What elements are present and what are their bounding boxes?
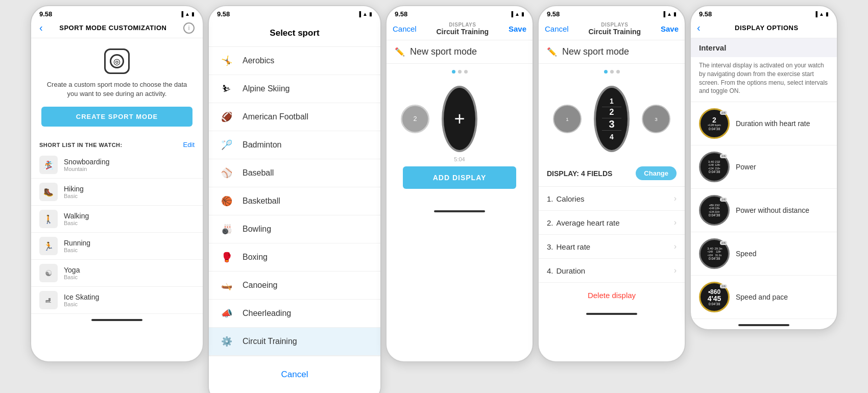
page-title-1: SPORT MODE CUSTOMIZATION: [59, 24, 166, 32]
watch-prev: 2: [401, 105, 429, 133]
sport-select-item-canoeing[interactable]: 🛶 Canoeing: [209, 272, 380, 300]
field-num-3: 3.: [547, 242, 553, 251]
page-dots-3: [387, 64, 533, 73]
screen2-frame: 9.58 ▐ ▲ ▮ Select sport 🤸 Aerobics ⛷ Alp…: [208, 5, 381, 393]
back-button-5[interactable]: ‹: [697, 22, 701, 34]
sport-name: Yoga: [64, 266, 80, 274]
sport-select-item-circuit[interactable]: ⚙️ Circuit Training: [209, 328, 380, 356]
field-row-heart[interactable]: 3. Heart rate ›: [539, 235, 685, 259]
power-val-1: 3.40•148: [708, 160, 714, 166]
dot-1: [452, 70, 455, 73]
badminton-icon: 🏸: [219, 137, 234, 153]
change-button[interactable]: Change: [636, 166, 677, 180]
sheet-header: Select sport: [209, 20, 380, 47]
sport-label: Boxing: [243, 253, 268, 262]
option-watch-3: 2/6 •89•148 232128• •134 216• 0:04'38: [699, 195, 730, 226]
list-item[interactable]: 🏂 Snowboarding Mountain: [31, 152, 203, 179]
status-icons-4: ▐ ▲ ▮: [662, 11, 677, 17]
sport-label: Alpine Skiing: [243, 84, 290, 93]
info-button[interactable]: i: [183, 22, 195, 34]
football-icon: 🏈: [219, 109, 234, 125]
save-button-4[interactable]: Save: [661, 24, 679, 33]
field-row-calories[interactable]: 1. Calories ›: [539, 187, 685, 211]
sport-label: American Football: [243, 112, 308, 121]
create-sport-mode-button[interactable]: CREATE SPORT MODE: [41, 107, 192, 127]
sport-select-item-badminton[interactable]: 🏸 Badminton: [209, 131, 380, 159]
option-item-power[interactable]: 2/6 3.40•148 232128• •134 216• 0:04'38 P…: [691, 145, 837, 189]
display-name-row-3: ✏️ New sport mode: [387, 40, 533, 64]
sport-type: Basic: [64, 247, 90, 253]
sport-select-item-cheerleading[interactable]: 📣 Cheerleading: [209, 300, 380, 328]
sport-select-item-baseball[interactable]: ⚾ Baseball: [209, 159, 380, 187]
display-name-row-4: ✏️ New sport mode: [539, 40, 685, 64]
watch-time-3: 0:04'38: [709, 213, 720, 217]
display-fields-label: DISPLAY: 4 FIELDS: [547, 169, 612, 178]
watch-time-1: 0:04'38: [709, 127, 720, 131]
home-indicator-3: [387, 205, 533, 215]
signal-icon: ▐: [510, 11, 513, 17]
sport-select-item-basketball[interactable]: 🏀 Basketball: [209, 187, 380, 215]
sport-select-item-aerobics[interactable]: 🤸 Aerobics: [209, 47, 380, 75]
screen4-frame: 9.58 ▐ ▲ ▮ Cancel DISPLAYS Circuit Train…: [538, 5, 686, 362]
sport-select-item-bowling[interactable]: 🎳 Bowling: [209, 215, 380, 243]
time-5: 9.58: [699, 10, 712, 18]
wifi-icon: ▲: [515, 11, 520, 17]
chevron-icon-4: ›: [674, 266, 677, 275]
nav-label-3: DISPLAYS: [436, 22, 489, 28]
sport-select-item-alpine[interactable]: ⛷ Alpine Skiing: [209, 75, 380, 103]
watch-main-4: 1 2 3 4: [594, 86, 630, 152]
sport-label: Cheerleading: [243, 309, 291, 318]
alpine-icon: ⛷: [219, 81, 234, 96]
sport-label: Badminton: [243, 140, 282, 150]
back-button-1[interactable]: ‹: [39, 22, 43, 34]
option-label-3: Power without distance: [736, 206, 809, 214]
option-item-speed-pace[interactable]: 2/6 •860 4'45 0:04'38 Speed and pace: [691, 276, 837, 319]
add-display-button[interactable]: ADD DISPLAY: [403, 166, 516, 189]
canoeing-icon: 🛶: [219, 278, 234, 293]
list-item[interactable]: 🏃 Running Basic: [31, 233, 203, 260]
nav-header-1: ‹ SPORT MODE CUSTOMIZATION i: [31, 20, 203, 38]
time-4: 9.58: [547, 10, 560, 18]
option-item-speed[interactable]: 2/6 3.40•148 29.3n128• •134 31.2n 0:04'3…: [691, 232, 837, 276]
badge-2: 2/6: [720, 154, 727, 158]
field-row-duration[interactable]: 4. Duration ›: [539, 259, 685, 283]
option-item-power-nodist[interactable]: 2/6 •89•148 232128• •134 216• 0:04'38 Po…: [691, 189, 837, 232]
watch-main-3: +: [442, 86, 477, 152]
watch-next-4: 3: [642, 105, 670, 133]
time-1: 9.58: [39, 10, 52, 18]
option-label-4: Speed: [736, 250, 756, 258]
list-item[interactable]: ☯ Yoga Basic: [31, 260, 203, 287]
battery-icon: ▮: [826, 11, 829, 17]
home-bar: [91, 319, 142, 321]
list-item[interactable]: ⛸ Ice Skating Basic: [31, 287, 203, 314]
wifi-icon: ▲: [363, 11, 368, 17]
page-title-5: DISPLAY OPTIONS: [703, 24, 831, 32]
sport-name: Snowboarding: [64, 158, 110, 166]
cancel-button-3[interactable]: Cancel: [393, 24, 417, 33]
sport-icon-snowboarding: 🏂: [39, 156, 58, 174]
sheet-title: Select sport: [217, 28, 372, 38]
option-item-duration-hr[interactable]: 2/6 2 •128 bpm 0:04'38 Duration with hea…: [691, 102, 837, 145]
edit-button[interactable]: Edit: [183, 141, 195, 149]
list-item[interactable]: 🚶 Walking Basic: [31, 206, 203, 233]
home-bar: [738, 324, 789, 326]
cancel-button-4[interactable]: Cancel: [545, 24, 569, 33]
aerobics-icon: 🤸: [219, 53, 234, 68]
sport-name: Ice Skating: [64, 293, 99, 301]
signal-icon: ▐: [814, 11, 817, 17]
field-num-2: 2.: [547, 218, 553, 227]
screen5-frame: 9.58 ▐ ▲ ▮ ‹ DISPLAY OPTIONS Interval Th…: [690, 5, 838, 330]
sport-select-item-football[interactable]: 🏈 American Football: [209, 103, 380, 131]
sport-select-item-boxing[interactable]: 🥊 Boxing: [209, 243, 380, 272]
sport-name: Walking: [64, 212, 89, 220]
field-row-avg-heart[interactable]: 2. Average heart rate ›: [539, 211, 685, 235]
save-button-3[interactable]: Save: [509, 24, 526, 33]
circuit-icon: ⚙️: [219, 334, 234, 349]
chevron-icon-1: ›: [674, 194, 677, 203]
cancel-button[interactable]: Cancel: [217, 362, 372, 387]
status-bar-2: 9.58 ▐ ▲ ▮: [209, 6, 380, 20]
status-bar-4: 9.58 ▐ ▲ ▮: [539, 6, 685, 20]
delete-display-button[interactable]: Delete display: [539, 283, 685, 308]
list-item[interactable]: 🥾 Hiking Basic: [31, 179, 203, 206]
sport-icon-iceskating: ⛸: [39, 291, 58, 309]
